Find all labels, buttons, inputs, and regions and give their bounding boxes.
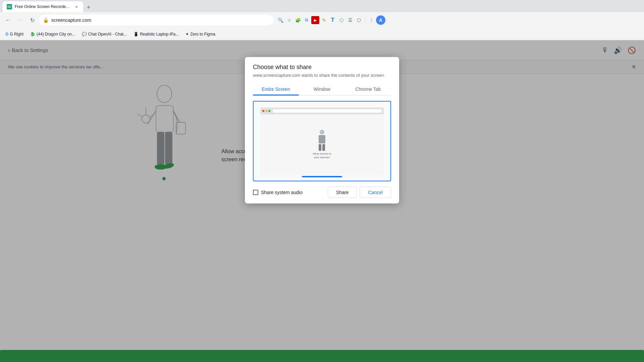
search-icon[interactable]: 🔍: [276, 16, 284, 24]
bookmark-label: G Right: [10, 32, 23, 37]
tab-entire-screen[interactable]: Entire Screen: [253, 83, 299, 95]
lock-icon: 🔒: [43, 17, 49, 23]
reload-button[interactable]: ↻: [27, 15, 38, 25]
bookmark-favicon-dc: 🐉: [30, 32, 35, 37]
bookmark-star-icon[interactable]: ☆: [285, 16, 293, 24]
share-button[interactable]: Share: [328, 187, 357, 198]
profile-avatar[interactable]: A: [376, 15, 385, 25]
mini-text: Allow access toyour webcam: [313, 152, 331, 159]
share-audio-checkbox-area: Share system audio: [253, 190, 303, 195]
share-audio-label: Share system audio: [261, 190, 303, 195]
dialog-tabs: Entire Screen Window Chrome Tab: [253, 83, 391, 96]
bookmark-laptop[interactable]: 📱 Realistic Laptop iPa...: [131, 30, 181, 38]
nav-bar: ← → ↻ 🔒 screencapture.com 🔍 ☆ 🧩 G ▶ ✎ T …: [0, 12, 644, 28]
mini-dot-red: [262, 110, 264, 112]
active-tab[interactable]: SC Free Online Screen Recorder | O... ✕: [3, 1, 83, 12]
mini-browser-top: [260, 108, 383, 114]
dialog-title: Choose what to share: [253, 64, 391, 71]
ext-icon-1[interactable]: G: [303, 16, 311, 24]
selection-indicator: [302, 176, 342, 177]
bookmark-favicon-chat: 💬: [82, 32, 87, 37]
bookmark-label-dc: (44) Dragon City on...: [37, 32, 75, 37]
mini-head: [320, 130, 324, 134]
bookmark-g-right[interactable]: G G Right: [3, 30, 26, 38]
more-menu-button[interactable]: ⋮: [367, 16, 375, 24]
bookmark-figma[interactable]: ✦ Zero to Figma: [183, 30, 218, 38]
tab-window[interactable]: Window: [299, 83, 345, 95]
tab-bar: SC Free Online Screen Recorder | O... ✕ …: [0, 0, 644, 12]
mini-dot-yellow: [265, 110, 267, 112]
bookmark-dragon-city[interactable]: 🐉 (44) Dragon City on...: [28, 30, 78, 38]
mini-leg-right: [322, 144, 325, 151]
nav-actions: 🔍 ☆ 🧩 G ▶ ✎ T ⬡ ☰ ⬡ ⋮ A: [276, 15, 385, 25]
bookmark-label-chat: Chat OpenAI - Chat...: [88, 32, 127, 37]
back-button[interactable]: ←: [3, 15, 13, 25]
nav-separator: [365, 17, 365, 23]
bookmark-label-figma: Zero to Figma: [190, 32, 215, 37]
bookmark-favicon-laptop: 📱: [133, 32, 139, 37]
share-dialog: Choose what to share www.screencapture.c…: [245, 57, 399, 203]
ext-icon-5[interactable]: ⬡: [337, 16, 345, 24]
ext-icon-6[interactable]: ☰: [346, 16, 354, 24]
mini-legs: [319, 144, 325, 151]
screen-preview[interactable]: Allow access toyour webcam: [253, 101, 391, 181]
mini-figure: Allow access toyour webcam: [313, 130, 331, 159]
modal-overlay: Choose what to share www.screencapture.c…: [0, 40, 644, 362]
page-content: ‹ Back to Settings 🎙 🔊 🚫 We use cookies …: [0, 40, 644, 362]
new-tab-button[interactable]: +: [84, 3, 93, 12]
share-audio-checkbox[interactable]: [253, 190, 258, 195]
bookmarks-bar: G G Right 🐉 (44) Dragon City on... 💬 Cha…: [0, 28, 644, 40]
dialog-buttons: Share Cancel: [328, 187, 391, 198]
ext-icon-4[interactable]: T: [329, 16, 337, 24]
mini-address-bar: [273, 109, 381, 113]
tab-chrome-tab[interactable]: Chrome Tab: [345, 83, 391, 95]
mini-dot-green: [268, 110, 270, 112]
address-text: screencapture.com: [51, 17, 91, 23]
bookmark-label-laptop: Realistic Laptop iPa...: [140, 32, 179, 37]
tab-close-button[interactable]: ✕: [74, 4, 79, 9]
extension-puzzle-icon[interactable]: 🧩: [294, 16, 302, 24]
browser-frame: SC Free Online Screen Recorder | O... ✕ …: [0, 0, 644, 362]
cancel-button[interactable]: Cancel: [360, 187, 391, 198]
dialog-subtitle: www.screencapture.com wants to share the…: [253, 73, 391, 78]
tab-favicon: SC: [7, 4, 12, 9]
mini-torso: [319, 135, 325, 143]
mini-browser-content: Allow access toyour webcam: [260, 114, 383, 175]
bookmark-favicon-figma: ✦: [185, 32, 189, 37]
tab-title: Free Online Screen Recorder | O...: [15, 4, 71, 9]
address-bar[interactable]: 🔒 screencapture.com: [39, 15, 274, 25]
bookmark-favicon-g: G: [5, 32, 8, 37]
ext-icon-3[interactable]: ✎: [320, 16, 328, 24]
ext-icon-7[interactable]: ⬡: [355, 16, 363, 24]
forward-button[interactable]: →: [15, 15, 25, 25]
bookmark-chatgpt[interactable]: 💬 Chat OpenAI - Chat...: [79, 30, 129, 38]
ext-icon-2[interactable]: ▶: [311, 16, 319, 24]
preview-screenshot-content: Allow access toyour webcam: [260, 108, 383, 175]
dialog-footer: Share system audio Share Cancel: [253, 187, 391, 198]
mini-leg-left: [319, 144, 321, 151]
